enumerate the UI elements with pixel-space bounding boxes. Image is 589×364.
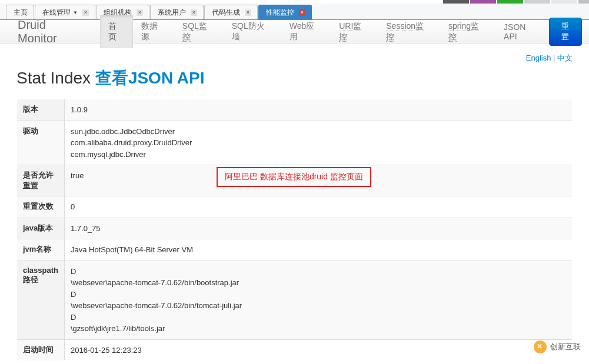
title-text: Stat Index: [16, 69, 95, 87]
row-value: 2016-01-25 12:23:23: [64, 339, 572, 361]
tab-label: 主页: [14, 8, 28, 18]
nav-webapp[interactable]: Web应用: [281, 15, 331, 48]
nav-uri-monitor[interactable]: URI监控: [331, 15, 378, 48]
table-row: 版本1.0.9: [17, 99, 573, 121]
table-row: 重置次数0: [17, 196, 573, 218]
lang-sep: |: [551, 54, 557, 62]
nav-datasource[interactable]: 数据源: [133, 15, 174, 48]
content: English | 中文 Stat Index 查看JSON API 版本1.0…: [0, 44, 589, 361]
lang-english[interactable]: English: [526, 54, 551, 62]
row-key: 启动时间: [17, 339, 65, 361]
table-row: java版本1.7.0_75: [17, 218, 573, 239]
table-row: 驱动sun.jdbc.odbc.JdbcOdbcDriver com.aliba…: [17, 121, 573, 165]
table-row: jvm名称Java HotSpot(TM) 64-Bit Server VM: [17, 239, 573, 261]
lang-chinese[interactable]: 中文: [557, 54, 573, 62]
row-key: java版本: [17, 218, 65, 239]
page-title: Stat Index 查看JSON API: [16, 67, 573, 89]
language-switch: English | 中文: [16, 53, 573, 64]
navbar: Druid Monitor 首页 数据源 SQL监控 SQL防火墙 Web应用 …: [0, 20, 589, 44]
nav-home[interactable]: 首页: [100, 15, 133, 48]
chevron-down-icon: ▼: [73, 10, 78, 15]
watermark-text: 创新互联: [550, 342, 581, 352]
row-value: D \websever\apache-tomcat-7.0.62/bin/boo…: [64, 261, 572, 339]
table-row: classpath路径D \websever\apache-tomcat-7.0…: [17, 261, 573, 339]
brand: Druid Monitor: [18, 18, 88, 45]
close-icon[interactable]: ×: [82, 9, 89, 16]
row-key: classpath路径: [17, 261, 65, 339]
annotation-callout: 阿里巴巴 数据库连接池druid 监控页面: [217, 167, 371, 187]
nav-session-monitor[interactable]: Session监控: [378, 15, 440, 48]
reset-button[interactable]: 重置: [549, 18, 582, 46]
table-row: 启动时间2016-01-25 12:23:23: [17, 339, 573, 361]
row-value: 1.7.0_75: [64, 218, 572, 239]
watermark: 创新互联: [534, 340, 581, 353]
row-value: 0: [64, 196, 572, 218]
nav-sql-monitor[interactable]: SQL监控: [174, 15, 224, 48]
nav-json-api[interactable]: JSON API: [495, 16, 549, 47]
tab-label: 在线管理: [42, 8, 71, 18]
nav-sql-firewall[interactable]: SQL防火墙: [224, 15, 281, 48]
row-key: jvm名称: [17, 239, 65, 261]
row-value: sun.jdbc.odbc.JdbcOdbcDriver com.alibaba…: [64, 121, 572, 165]
row-key: 重置次数: [17, 196, 65, 218]
view-json-api-link[interactable]: 查看JSON API: [95, 69, 205, 87]
row-value: Java HotSpot(TM) 64-Bit Server VM: [64, 239, 572, 261]
stat-table: 版本1.0.9驱动sun.jdbc.odbc.JdbcOdbcDriver co…: [16, 99, 573, 361]
nav-spring-monitor[interactable]: spring监控: [440, 15, 495, 48]
row-key: 驱动: [17, 121, 65, 165]
row-key: 是否允许重置: [17, 165, 65, 196]
tab-home[interactable]: 主页: [6, 5, 34, 19]
row-value: 1.0.9: [64, 99, 572, 121]
watermark-logo-icon: [534, 340, 547, 353]
row-key: 版本: [17, 99, 65, 121]
tab-online-manage[interactable]: 在线管理 ▼ ×: [35, 5, 95, 19]
